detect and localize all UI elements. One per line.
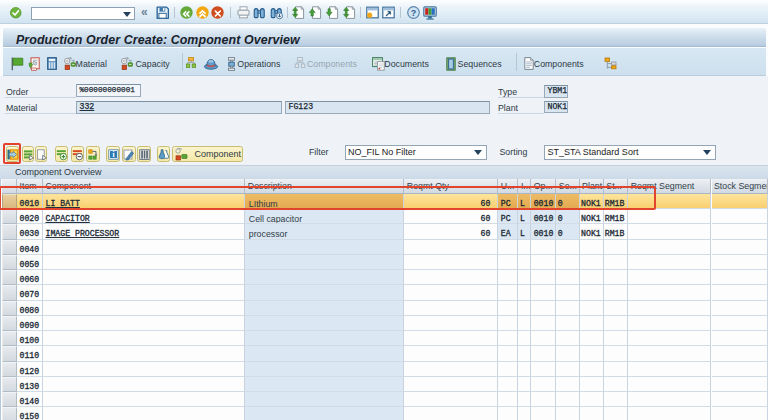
svg-text:?: ? [410,8,416,18]
svg-text:i: i [112,150,114,159]
